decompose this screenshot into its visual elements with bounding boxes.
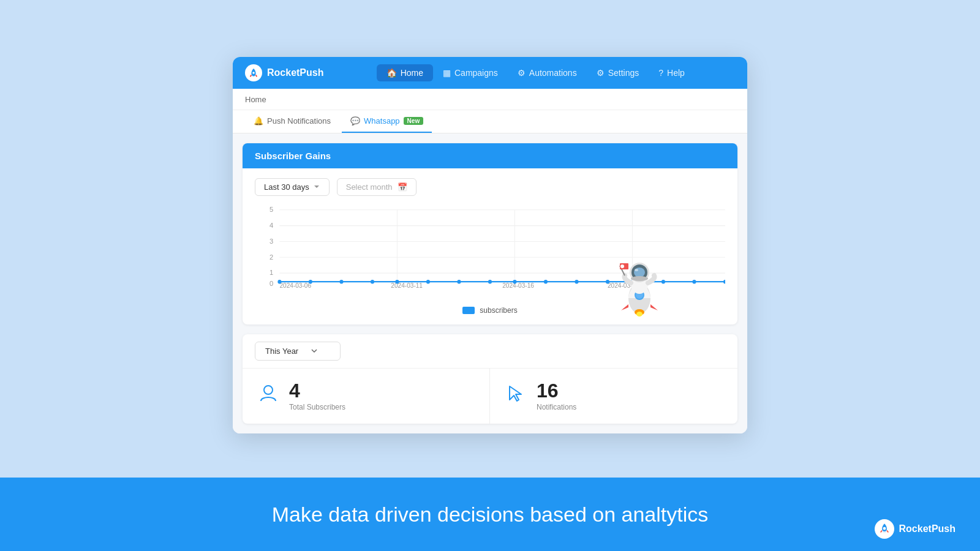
svg-point-37 <box>339 279 343 283</box>
top-nav: RocketPush 🏠 Home ▦ Campaigns ⚙ Automati… <box>233 57 747 89</box>
stats-grid: 4 Total Subscribers 16 No <box>243 369 737 424</box>
stats-filter: This Year <box>243 334 737 369</box>
svg-point-39 <box>395 279 399 283</box>
svg-point-50 <box>723 279 725 283</box>
nav-settings[interactable]: ⚙ Settings <box>587 64 649 81</box>
home-icon: 🏠 <box>386 68 397 78</box>
nav-items: 🏠 Home ▦ Campaigns ⚙ Automations ⚙ Setti… <box>336 64 735 81</box>
svg-point-46 <box>606 279 609 283</box>
brand-logo: RocketPush <box>245 64 323 81</box>
svg-point-45 <box>575 279 578 283</box>
notifications-card: 16 Notifications <box>490 369 737 424</box>
banner-text: Make data driven decisions based on anal… <box>272 503 709 527</box>
svg-point-5 <box>635 290 644 300</box>
svg-point-42 <box>488 279 492 283</box>
stats-section: This Year <box>243 334 737 424</box>
nav-campaigns[interactable]: ▦ Campaigns <box>433 64 508 81</box>
banner-brand-icon <box>875 519 894 539</box>
svg-text:2: 2 <box>270 253 273 260</box>
person-icon <box>257 383 279 409</box>
chevron-down-icon <box>311 347 318 354</box>
svg-point-49 <box>692 279 696 283</box>
settings-icon: ⚙ <box>597 68 605 78</box>
nav-automations[interactable]: ⚙ Automations <box>508 64 587 81</box>
svg-text:1: 1 <box>270 269 273 276</box>
total-subscribers-label: Total Subscribers <box>289 403 345 411</box>
chart-container: 5 4 3 2 1 0 2024-03-06 2024-03-11 2024-0… <box>255 203 725 301</box>
total-subscribers-content: 4 Total Subscribers <box>289 381 345 411</box>
svg-point-6 <box>636 291 643 299</box>
legend-color <box>462 307 475 314</box>
subscriber-gains-card: Subscriber Gains Last 30 days Select mon… <box>243 143 737 324</box>
svg-point-51 <box>264 386 273 394</box>
browser-window: RocketPush 🏠 Home ▦ Campaigns ⚙ Automati… <box>233 57 747 433</box>
svg-point-43 <box>513 279 516 283</box>
section-header: Subscriber Gains <box>243 143 737 168</box>
notifications-label: Notifications <box>537 403 576 411</box>
month-select[interactable]: Select month 📅 <box>337 178 417 196</box>
svg-point-38 <box>371 279 374 283</box>
calendar-icon: 📅 <box>398 182 407 192</box>
total-subscribers-card: 4 Total Subscribers <box>243 369 490 424</box>
tab-whatsapp[interactable]: 💬 Whatsapp New <box>342 110 432 133</box>
svg-point-41 <box>457 279 461 283</box>
brand-icon <box>245 64 262 81</box>
date-filter-dropdown[interactable]: Last 30 days <box>255 178 330 196</box>
nav-help[interactable]: ? Help <box>649 64 695 81</box>
tab-bar: 🔔 Push Notifications 💬 Whatsapp New <box>233 110 747 133</box>
notifications-content: 16 Notifications <box>537 381 576 411</box>
help-icon: ? <box>658 68 663 78</box>
chart-legend: subscribers <box>255 306 725 315</box>
notifications-number: 16 <box>537 381 576 400</box>
svg-point-1 <box>252 72 255 74</box>
svg-point-47 <box>630 279 634 283</box>
line-chart: 5 4 3 2 1 0 2024-03-06 2024-03-11 2024-0… <box>255 203 725 289</box>
bell-icon: 🔔 <box>254 116 263 126</box>
svg-text:2024-03-11: 2024-03-11 <box>391 282 423 288</box>
new-badge: New <box>404 117 424 125</box>
automations-icon: ⚙ <box>518 68 526 78</box>
svg-text:2024-03-21: 2024-03-21 <box>608 282 639 288</box>
chevron-down-icon <box>313 183 320 190</box>
whatsapp-icon: 💬 <box>350 116 360 126</box>
svg-text:2024-03-06: 2024-03-06 <box>279 282 311 288</box>
svg-point-35 <box>277 279 281 283</box>
total-subscribers-number: 4 <box>289 381 345 400</box>
stats-period-dropdown[interactable]: This Year <box>255 342 341 361</box>
svg-point-40 <box>426 279 430 283</box>
svg-text:4: 4 <box>270 221 274 228</box>
chart-controls: Last 30 days Select month 📅 <box>255 178 725 196</box>
svg-point-53 <box>883 527 886 530</box>
svg-point-44 <box>544 279 548 283</box>
nav-home[interactable]: 🏠 Home <box>377 64 433 81</box>
chart-area: Last 30 days Select month 📅 <box>243 168 737 324</box>
svg-text:0: 0 <box>270 279 273 287</box>
bottom-banner: Make data driven decisions based on anal… <box>0 478 980 551</box>
brand-name: RocketPush <box>267 67 323 78</box>
svg-text:5: 5 <box>270 205 273 212</box>
svg-point-36 <box>309 279 312 283</box>
campaigns-icon: ▦ <box>443 68 451 78</box>
cursor-icon <box>505 383 527 409</box>
svg-point-48 <box>662 279 665 283</box>
svg-text:2024-03-16: 2024-03-16 <box>502 282 534 288</box>
banner-brand: RocketPush <box>875 519 956 539</box>
svg-text:3: 3 <box>270 237 273 244</box>
breadcrumb: Home <box>233 89 747 110</box>
content-area: Subscriber Gains Last 30 days Select mon… <box>233 133 747 433</box>
tab-push-notifications[interactable]: 🔔 Push Notifications <box>245 110 339 133</box>
